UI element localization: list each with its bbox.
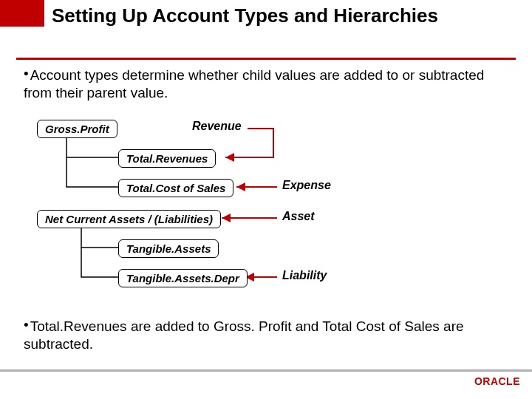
bullet-2-text: Total.Revenues are added to Gross. Profi… [24,318,464,352]
label-asset: Asset [282,210,315,223]
oracle-logo: ORACLE [474,375,520,387]
box-tangible-assets: Tangible.Assets [118,239,219,258]
footer-divider [0,369,532,372]
label-expense: Expense [282,179,331,192]
bullet-dot: • [24,66,29,81]
box-total-revenues: Total.Revenues [118,149,216,168]
bullet-1-text: Account types determine whether child va… [24,67,484,100]
bullet-2: •Total.Revenues are added to Gross. Prof… [24,318,511,353]
box-total-cost-of-sales: Total.Cost of Sales [118,179,233,197]
bullet-1: •Account types determine whether child v… [24,66,511,102]
bullet-dot: • [24,318,29,332]
label-liability: Liability [282,269,327,282]
box-net-current-assets: Net Current Assets / (Liabilities) [37,210,221,228]
box-tangible-assets-depr: Tangible.Assets.Depr [118,269,248,287]
label-revenue: Revenue [192,120,242,133]
box-gross-profit: Gross.Profit [37,120,117,138]
slide-title: Setting Up Account Types and Hierarchies [52,4,510,27]
hierarchy-diagram: Gross.Profit Revenue Total.Revenues Tota… [22,118,466,310]
header-red-block [0,0,44,27]
title-underline [16,58,516,60]
